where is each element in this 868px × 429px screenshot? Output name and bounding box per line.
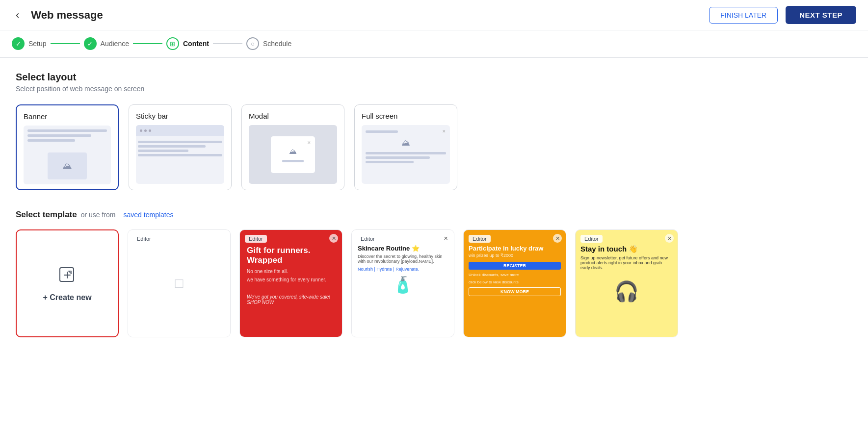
lucky-register-btn: REGISTER [469, 262, 561, 270]
fullscreen-label: Full screen [362, 112, 450, 120]
step-audience[interactable]: ✓ Audience [84, 37, 129, 50]
layout-title: Select layout [16, 72, 852, 83]
layout-card-fullscreen[interactable]: Full screen ✕ ⛰ [354, 104, 457, 190]
lucky-editor-badge[interactable]: Editor [469, 235, 491, 243]
banner-label-outline: Banner [24, 112, 47, 121]
lucky-card-bg: Participate in lucky draw win prizes up … [464, 230, 566, 337]
stay-headphones-icon: 🎧 [614, 280, 639, 303]
modal-label-outline: Modal [249, 112, 269, 120]
skincare-editor-badge[interactable]: Editor [357, 235, 379, 243]
saved-templates-link[interactable]: saved templates [124, 211, 174, 219]
template-lucky[interactable]: Participate in lucky draw win prizes up … [463, 229, 566, 337]
stay-title: Stay in touch 👋 [580, 245, 638, 253]
main-content: Select layout Select position of web mes… [0, 58, 868, 351]
connector-3 [213, 43, 242, 44]
modal-preview: ✕ ⛰ [249, 125, 337, 184]
blank-template-preview: □ [128, 230, 230, 337]
template-cards: + Create new □ Editor Gift for runners. … [16, 229, 852, 337]
skincare-bottle-icon: 🧴 [393, 276, 413, 294]
banner-preview: ⛰ [24, 126, 111, 184]
layout-card-modal[interactable]: Modal ✕ ⛰ [241, 104, 344, 190]
lucky-close-btn[interactable]: ✕ [553, 234, 562, 243]
sticky-label: Sticky bar [136, 112, 224, 120]
skincare-img: 🧴 [358, 276, 448, 294]
skincare-links: Nourish | Hydrate | Rejuvenate. [358, 267, 448, 272]
lucky-desc2: click below to view discounts [469, 280, 561, 284]
template-header: Select template or use from saved templa… [16, 210, 852, 220]
step-icon-setup: ✓ [12, 37, 25, 50]
lucky-sub: win prizes up to ₹2000 [469, 253, 561, 258]
sticky-preview [136, 125, 224, 184]
stay-card-bg: Stay in touch 👋 Sign up newsletter, get … [576, 230, 678, 337]
stay-sub: Sign up newsletter, get future offers an… [580, 255, 673, 270]
step-content[interactable]: ⊞ Content [166, 37, 209, 50]
step-schedule[interactable]: ○ Schedule [246, 37, 291, 50]
step-label-audience: Audience [101, 40, 129, 48]
layout-section: Select layout Select position of web mes… [16, 72, 852, 190]
next-step-button[interactable]: NEXT STEP [786, 6, 856, 24]
template-runner[interactable]: Gift for runners. Wrapped No one size fi… [239, 229, 342, 337]
modal-mountain-icon: ⛰ [289, 147, 297, 156]
template-or-text: or use from [81, 211, 116, 219]
layout-cards: Banner ⛰ Sticky bar [16, 104, 852, 190]
template-skincare[interactable]: Skincare Routine ⭐ Discover the secret t… [351, 229, 454, 337]
layout-subtitle: Select position of web message on screen [16, 85, 852, 93]
runner-sub: No one size fits all. [247, 269, 335, 274]
blank-editor-badge[interactable]: Editor [133, 235, 155, 243]
template-stay[interactable]: Stay in touch 👋 Sign up newsletter, get … [575, 229, 678, 337]
runner-editor-badge[interactable]: Editor [245, 235, 267, 243]
runner-card-bg: Gift for runners. Wrapped No one size fi… [240, 230, 342, 337]
stay-close-btn[interactable]: ✕ [665, 234, 674, 243]
skincare-close-btn[interactable]: ✕ [441, 234, 450, 243]
step-label-content: Content [183, 40, 209, 48]
fullscreen-mountain-icon: ⛰ [401, 138, 410, 148]
back-button[interactable]: ‹ [12, 7, 23, 24]
layout-card-banner[interactable]: Banner ⛰ [16, 104, 119, 190]
step-icon-schedule: ○ [246, 37, 259, 50]
layout-banner-label: Banner [24, 112, 111, 121]
template-section-title: Select template [16, 210, 77, 220]
runner-cta: We've got you covered, site-wide sale! S… [247, 294, 335, 305]
connector-1 [51, 43, 80, 44]
stay-editor-badge[interactable]: Editor [580, 235, 603, 243]
header: ‹ Web message FINISH LATER NEXT STEP [0, 0, 868, 30]
runner-sub2: we have something for every runner. [247, 277, 335, 282]
step-icon-audience: ✓ [84, 37, 97, 50]
finish-later-button[interactable]: FINISH LATER [709, 7, 778, 24]
create-new-label: + Create new [43, 293, 91, 302]
lucky-know-btn: KNOW MORE [469, 287, 561, 296]
runner-close-btn[interactable]: ✕ [329, 234, 338, 243]
step-setup[interactable]: ✓ Setup [12, 37, 47, 50]
steps-bar: ✓ Setup ✓ Audience ⊞ Content ○ Schedule [0, 30, 868, 58]
connector-2 [133, 43, 162, 44]
banner-mountain-icon: ⛰ [62, 160, 72, 172]
modal-label: Modal [249, 112, 337, 120]
skincare-card-bg: Skincare Routine ⭐ Discover the secret t… [352, 230, 454, 337]
fullscreen-preview: ✕ ⛰ [362, 125, 450, 184]
skincare-title: Skincare Routine ⭐ [358, 245, 448, 252]
step-label-setup: Setup [28, 40, 47, 48]
lucky-title: Participate in lucky draw [469, 245, 561, 252]
step-icon-content: ⊞ [166, 37, 179, 50]
page-title: Web message [31, 9, 701, 22]
template-blank[interactable]: □ Editor [128, 229, 231, 337]
skincare-sub: Discover the secret to glowing, healthy … [358, 254, 448, 264]
create-new-icon [57, 265, 77, 289]
blank-icon: □ [175, 276, 184, 291]
template-section: Select template or use from saved templa… [16, 210, 852, 337]
runner-title: Gift for runners. Wrapped [247, 246, 335, 266]
lucky-desc: Unlock discounts, save more [469, 273, 561, 277]
step-label-schedule: Schedule [263, 40, 291, 48]
layout-card-sticky[interactable]: Sticky bar [129, 104, 232, 190]
template-create-new[interactable]: + Create new [16, 229, 119, 337]
